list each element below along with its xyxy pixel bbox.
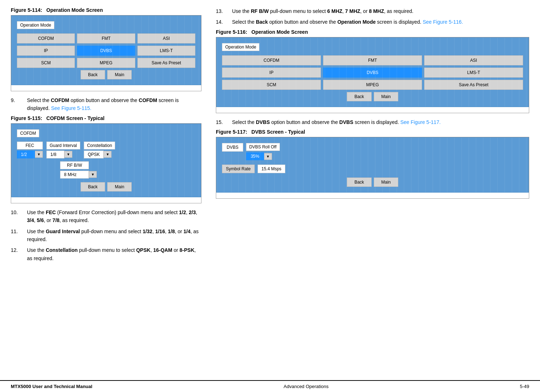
nav-row-116: Back Main bbox=[222, 92, 523, 101]
fec-dropdown: 1/2 ▼ bbox=[17, 151, 43, 158]
rfbw-dropdown: 8 MHz ▼ bbox=[60, 171, 195, 179]
btn-ip-114[interactable]: IP bbox=[17, 46, 75, 56]
figure-116-title: Figure 5-116: Operation Mode Screen bbox=[216, 29, 529, 35]
figure-117-title: Figure 5-117: DVBS Screen - Typical bbox=[216, 129, 529, 135]
op-mode-label-116: Operation Mode bbox=[222, 43, 259, 51]
btn-main-115[interactable]: Main bbox=[107, 182, 132, 192]
step-9: 9. Select the COFDM option button and ob… bbox=[11, 96, 201, 112]
btn-lmst-114[interactable]: LMS-T bbox=[137, 46, 195, 56]
btn-fmt-116[interactable]: FMT bbox=[323, 55, 422, 65]
guard-label: Guard Interval bbox=[46, 142, 80, 149]
cofdm-fields-row: FEC 1/2 ▼ Guard Interval 1/8 ▼ bbox=[17, 142, 195, 158]
step-10-number: 10. bbox=[11, 208, 27, 225]
step-11-number: 11. bbox=[11, 227, 27, 244]
footer-product: MTX5000 bbox=[11, 384, 31, 389]
footer-center: Advanced Operations bbox=[283, 384, 328, 389]
fec-group: FEC 1/2 ▼ bbox=[17, 142, 43, 158]
btn-back-117[interactable]: Back bbox=[347, 177, 372, 187]
footer-right: 5-49 bbox=[520, 384, 529, 389]
step-12-v3: 8-PSK bbox=[180, 247, 194, 253]
fec-label: FEC bbox=[17, 142, 43, 149]
dvbs-screen-117: DVBS DVBS Roll Off 35% ▼ Symbol Rate 15. bbox=[216, 137, 529, 193]
guard-arrow[interactable]: ▼ bbox=[64, 151, 72, 158]
dvbs-symbol-row: Symbol Rate 15.4 Msps bbox=[222, 165, 523, 173]
dvbs-rolloff-dropdown: 35% ▼ bbox=[246, 152, 280, 160]
footer: MTX5000 User and Technical Manual Advanc… bbox=[0, 380, 540, 392]
step-11-gi: Guard Interval bbox=[46, 229, 80, 234]
step-11-v1: 1/32 bbox=[142, 229, 152, 234]
dvbs-label: DVBS bbox=[222, 143, 243, 152]
step-10-fec: FEC bbox=[46, 209, 56, 215]
figure-117-screen: DVBS DVBS Roll Off 35% ▼ Symbol Rate 15. bbox=[216, 137, 529, 199]
dvbs-rolloff-arrow[interactable]: ▼ bbox=[264, 153, 272, 160]
btn-back-116[interactable]: Back bbox=[347, 92, 372, 101]
fec-arrow[interactable]: ▼ bbox=[35, 151, 43, 158]
step-11-v4: 1/4 bbox=[183, 229, 190, 234]
btn-scm-114[interactable]: SCM bbox=[17, 58, 75, 68]
step-14-opmode: Operation Mode bbox=[337, 19, 376, 25]
btn-mpeg-116[interactable]: MPEG bbox=[323, 80, 422, 90]
const-dropdown: QPSK ▼ bbox=[84, 151, 115, 158]
step-13-v3: 8 MHZ bbox=[369, 8, 384, 14]
figure-116-screen: Operation Mode COFDM FMT ASI IP DVBS LMS… bbox=[216, 37, 529, 113]
page: Figure 5-114: Operation Mode Screen Oper… bbox=[0, 0, 540, 392]
op-mode-screen-116: Operation Mode COFDM FMT ASI IP DVBS LMS… bbox=[216, 37, 529, 107]
btn-fmt-114[interactable]: FMT bbox=[77, 33, 135, 43]
footer-left: MTX5000 User and Technical Manual bbox=[11, 384, 92, 389]
step-15: 15. Select the DVBS option button and ob… bbox=[216, 118, 529, 126]
step-10-v3: 3/4 bbox=[27, 217, 34, 223]
btn-main-116[interactable]: Main bbox=[374, 92, 398, 101]
op-grid-row1-116: COFDM FMT ASI bbox=[222, 55, 523, 65]
const-arrow[interactable]: ▼ bbox=[104, 151, 112, 158]
btn-save-preset-114[interactable]: Save As Preset bbox=[137, 58, 195, 68]
btn-cofdm-116[interactable]: COFDM bbox=[222, 55, 321, 65]
btn-lmst-116[interactable]: LMS-T bbox=[424, 68, 523, 78]
op-grid-row2-114: IP DVBS LMS-T bbox=[17, 46, 195, 56]
step-14-link[interactable]: See Figure 5-116. bbox=[423, 19, 463, 25]
btn-dvbs-116[interactable]: DVBS bbox=[323, 68, 422, 78]
step-15-body: Select the DVBS option button and observ… bbox=[232, 118, 529, 126]
btn-ip-116[interactable]: IP bbox=[222, 68, 321, 78]
btn-mpeg-114[interactable]: MPEG bbox=[77, 58, 135, 68]
btn-main-117[interactable]: Main bbox=[374, 177, 398, 187]
step-14-body: Select the Back option button and observ… bbox=[232, 18, 529, 26]
cofdm-screen-115: COFDM FEC 1/2 ▼ Guard Interval bbox=[11, 124, 201, 197]
dvbs-rolloff-value: 35% bbox=[246, 152, 264, 160]
rfbw-value: 8 MHz bbox=[60, 171, 89, 179]
step-15-number: 15. bbox=[216, 118, 232, 126]
step-14-number: 14. bbox=[216, 18, 232, 26]
step-13-body: Use the RF B/W pull-down menu to select … bbox=[232, 7, 529, 15]
step-10-v5: 7/8 bbox=[53, 217, 59, 223]
op-grid-row3-116: SCM MPEG Save As Preset bbox=[222, 80, 523, 90]
btn-asi-116[interactable]: ASI bbox=[424, 55, 523, 65]
rfbw-group: RF B/W 8 MHz ▼ bbox=[60, 161, 195, 179]
op-grid-row2-116: IP DVBS LMS-T bbox=[222, 68, 523, 78]
step-12-body: Use the Constellation pull-down menu to … bbox=[27, 246, 201, 262]
op-grid-row3-114: SCM MPEG Save As Preset bbox=[17, 58, 195, 68]
step-13-rfbw: RF B/W bbox=[251, 8, 269, 14]
rfbw-arrow[interactable]: ▼ bbox=[89, 171, 97, 178]
step-14: 14. Select the Back option button and ob… bbox=[216, 18, 529, 26]
step-9-link[interactable]: See Figure 5-115. bbox=[51, 105, 91, 111]
step-10-body: Use the FEC (Forward Error Correction) p… bbox=[27, 208, 201, 225]
btn-scm-116[interactable]: SCM bbox=[222, 80, 321, 90]
op-mode-screen-114: Operation Mode COFDM FMT ASI IP DVBS LMS… bbox=[11, 15, 201, 85]
dvbs-rolloff-group: DVBS Roll Off 35% ▼ bbox=[246, 143, 280, 160]
dvbs-symbol-rate-value: 15.4 Msps bbox=[258, 165, 285, 173]
step-15-link[interactable]: See Figure 5-117. bbox=[400, 119, 441, 125]
step-13-v2: 7 MHZ bbox=[345, 8, 360, 14]
dvbs-top-row: DVBS DVBS Roll Off 35% ▼ bbox=[222, 143, 523, 160]
guard-value: 1/8 bbox=[46, 151, 64, 158]
const-label: Constellation bbox=[84, 142, 115, 149]
btn-asi-114[interactable]: ASI bbox=[137, 33, 195, 43]
btn-cofdm-114[interactable]: COFDM bbox=[17, 33, 75, 43]
btn-back-115[interactable]: Back bbox=[81, 182, 105, 192]
step-12-const: Constellation bbox=[46, 247, 78, 253]
dvbs-symbol-rate-label: Symbol Rate bbox=[222, 165, 255, 173]
btn-save-preset-116[interactable]: Save As Preset bbox=[424, 80, 523, 90]
btn-main-114[interactable]: Main bbox=[107, 70, 132, 79]
btn-back-114[interactable]: Back bbox=[81, 70, 105, 79]
nav-row-117: Back Main bbox=[222, 177, 523, 187]
btn-dvbs-114[interactable]: DVBS bbox=[77, 46, 135, 56]
right-column: 13. Use the RF B/W pull-down menu to sel… bbox=[212, 7, 529, 373]
